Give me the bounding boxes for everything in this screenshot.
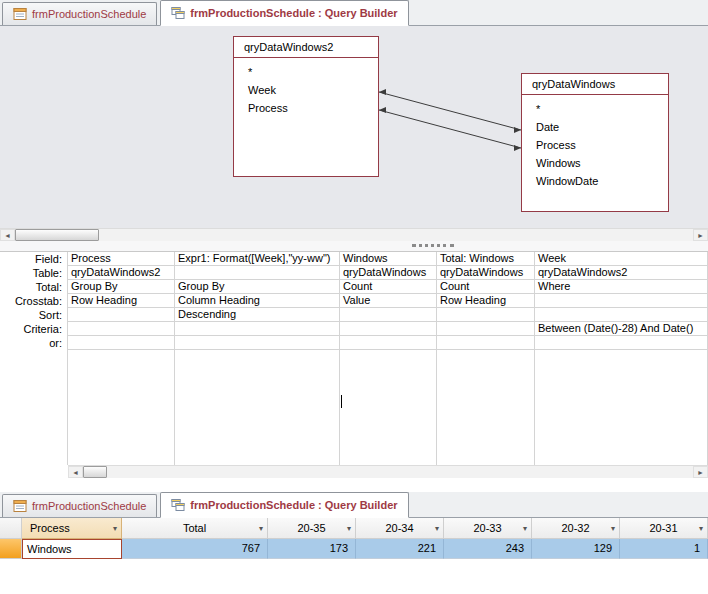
qbe-cell-criteria-4[interactable] bbox=[437, 322, 535, 336]
qbe-empty-rows[interactable] bbox=[0, 350, 708, 465]
qbe-cell-table-3[interactable]: qryDataWindows bbox=[340, 266, 437, 280]
field-item[interactable]: Date bbox=[536, 118, 668, 136]
pane-splitter[interactable] bbox=[0, 241, 708, 251]
field-item[interactable]: * bbox=[248, 63, 378, 81]
datasheet-cell-20-32[interactable]: 129 bbox=[532, 539, 620, 559]
qbe-hscrollbar[interactable]: ◄ ► bbox=[68, 465, 708, 478]
datasheet-cell-process[interactable]: Windows bbox=[22, 539, 122, 559]
qbe-cell-criteria-3[interactable] bbox=[340, 322, 437, 336]
form-icon bbox=[13, 499, 27, 513]
qbe-cell-total-4[interactable]: Count bbox=[437, 280, 535, 294]
filter-dropdown-icon[interactable]: ▾ bbox=[435, 524, 439, 533]
qbe-cell-field-5[interactable]: Week bbox=[535, 252, 708, 266]
table-title: qryDataWindows2 bbox=[234, 37, 378, 58]
field-item[interactable]: * bbox=[536, 100, 668, 118]
scroll-left-button[interactable]: ◄ bbox=[68, 466, 83, 478]
qbe-cell-field-2[interactable]: Expr1: Format([Week],"yy-ww") bbox=[175, 252, 340, 266]
datasheet-cell-20-31[interactable]: 1 bbox=[620, 539, 708, 559]
qbe-cell-crosstab-1[interactable]: Row Heading bbox=[68, 294, 175, 308]
qbe-cell-criteria-5[interactable]: Between (Date()-28) And Date() bbox=[535, 322, 708, 336]
qbe-cell-field-3[interactable]: Windows bbox=[340, 252, 437, 266]
qbe-cell-or-1[interactable] bbox=[68, 336, 175, 350]
tab-frmProductionSchedule[interactable]: frmProductionSchedule bbox=[2, 494, 157, 517]
column-header-20-33[interactable]: 20-33 ▾ bbox=[444, 518, 532, 539]
column-header-label: Total bbox=[183, 522, 206, 534]
qbe-cell-table-5[interactable]: qryDataWindows2 bbox=[535, 266, 708, 280]
qbe-cell-total-3[interactable]: Count bbox=[340, 280, 437, 294]
column-header-process[interactable]: Process ▾ bbox=[22, 518, 122, 539]
tab-query-builder[interactable]: frmProductionSchedule : Query Builder bbox=[160, 492, 408, 518]
tab-frmProductionSchedule[interactable]: frmProductionSchedule bbox=[2, 2, 157, 25]
qbe-cell-table-1[interactable]: qryDataWindows2 bbox=[68, 266, 175, 280]
qbe-cell-crosstab-4[interactable]: Row Heading bbox=[437, 294, 535, 308]
qbe-cell-crosstab-5[interactable] bbox=[535, 294, 708, 308]
qbe-cell-sort-1[interactable] bbox=[68, 308, 175, 322]
qbe-cell-crosstab-2[interactable]: Column Heading bbox=[175, 294, 340, 308]
datasheet: Process ▾ Total ▾ 20-35 ▾ 20-34 ▾ 20-33 … bbox=[0, 518, 708, 559]
qbe-row-field: Field: Process Expr1: Format([Week],"yy-… bbox=[0, 252, 708, 266]
qbe-cell-sort-4[interactable] bbox=[437, 308, 535, 322]
design-hscrollbar[interactable]: ◄ ► bbox=[0, 228, 708, 241]
qbe-cell-criteria-1[interactable] bbox=[68, 322, 175, 336]
qbe-row-label: Criteria: bbox=[0, 322, 68, 336]
record-selector[interactable] bbox=[0, 539, 22, 559]
filter-dropdown-icon[interactable]: ▾ bbox=[347, 524, 351, 533]
scroll-right-button[interactable]: ► bbox=[693, 229, 708, 241]
tab-label: frmProductionSchedule : Query Builder bbox=[190, 499, 397, 511]
qbe-cell-table-4[interactable]: qryDataWindows bbox=[437, 266, 535, 280]
field-list-qryDataWindows2[interactable]: qryDataWindows2 * Week Process bbox=[233, 36, 379, 177]
filter-dropdown-icon[interactable]: ▾ bbox=[113, 524, 117, 533]
text-cursor bbox=[341, 395, 342, 408]
qbe-cell-or-5[interactable] bbox=[535, 336, 708, 350]
query-icon bbox=[171, 6, 185, 20]
qbe-cell-sort-5[interactable] bbox=[535, 308, 708, 322]
tab-label: frmProductionSchedule : Query Builder bbox=[190, 7, 397, 19]
qbe-cell-total-5[interactable]: Where bbox=[535, 280, 708, 294]
field-item[interactable]: Windows bbox=[536, 154, 668, 172]
filter-dropdown-icon[interactable]: ▾ bbox=[699, 524, 703, 533]
datasheet-cell-20-35[interactable]: 173 bbox=[268, 539, 356, 559]
scroll-left-button[interactable]: ◄ bbox=[0, 229, 15, 241]
field-item[interactable]: Process bbox=[248, 99, 378, 117]
qbe-cell-sort-2[interactable]: Descending bbox=[175, 308, 340, 322]
qbe-cell-total-2[interactable]: Group By bbox=[175, 280, 340, 294]
query-design-surface: qryDataWindows2 * Week Process qryDataWi… bbox=[0, 26, 708, 228]
datasheet-corner[interactable] bbox=[0, 518, 22, 539]
column-header-20-32[interactable]: 20-32 ▾ bbox=[532, 518, 620, 539]
qbe-cell-criteria-2[interactable] bbox=[175, 322, 340, 336]
qbe-cell-field-4[interactable]: Total: Windows bbox=[437, 252, 535, 266]
field-item[interactable]: Week bbox=[248, 81, 378, 99]
column-header-total[interactable]: Total ▾ bbox=[122, 518, 268, 539]
filter-dropdown-icon[interactable]: ▾ bbox=[259, 524, 263, 533]
qbe-cell-total-1[interactable]: Group By bbox=[68, 280, 175, 294]
qbe-cell-or-2[interactable] bbox=[175, 336, 340, 350]
column-header-20-35[interactable]: 20-35 ▾ bbox=[268, 518, 356, 539]
qbe-cell-sort-3[interactable] bbox=[340, 308, 437, 322]
field-list-qryDataWindows[interactable]: qryDataWindows * Date Process Windows Wi… bbox=[521, 73, 669, 212]
datasheet-cell-20-33[interactable]: 243 bbox=[444, 539, 532, 559]
datasheet-row: Windows 767 173 221 243 129 1 bbox=[0, 539, 708, 559]
tab-query-builder[interactable]: frmProductionSchedule : Query Builder bbox=[160, 0, 408, 26]
qbe-cell-field-1[interactable]: Process bbox=[68, 252, 175, 266]
datasheet-cell-total[interactable]: 767 bbox=[122, 539, 268, 559]
tab-label: frmProductionSchedule bbox=[32, 500, 146, 512]
datasheet-cell-20-34[interactable]: 221 bbox=[356, 539, 444, 559]
pane-splitter-grip[interactable] bbox=[412, 244, 454, 247]
column-header-20-31[interactable]: 20-31 ▾ bbox=[620, 518, 708, 539]
qbe-cell-table-2[interactable] bbox=[175, 266, 340, 280]
column-header-label: 20-31 bbox=[649, 522, 677, 534]
field-item[interactable]: Process bbox=[536, 136, 668, 154]
filter-dropdown-icon[interactable]: ▾ bbox=[523, 524, 527, 533]
filter-dropdown-icon[interactable]: ▾ bbox=[611, 524, 615, 533]
qbe-cell-or-4[interactable] bbox=[437, 336, 535, 350]
column-header-20-34[interactable]: 20-34 ▾ bbox=[356, 518, 444, 539]
qbe-cell-crosstab-3[interactable]: Value bbox=[340, 294, 437, 308]
qbe-cell-or-3[interactable] bbox=[340, 336, 437, 350]
scrollbar-thumb[interactable] bbox=[15, 229, 99, 241]
scrollbar-thumb[interactable] bbox=[83, 466, 107, 478]
field-item[interactable]: WindowDate bbox=[536, 172, 668, 190]
field-list: * Week Process bbox=[234, 58, 378, 117]
scroll-right-button[interactable]: ► bbox=[693, 466, 708, 478]
field-list: * Date Process Windows WindowDate bbox=[522, 95, 668, 190]
datasheet-header-row: Process ▾ Total ▾ 20-35 ▾ 20-34 ▾ 20-33 … bbox=[0, 518, 708, 539]
